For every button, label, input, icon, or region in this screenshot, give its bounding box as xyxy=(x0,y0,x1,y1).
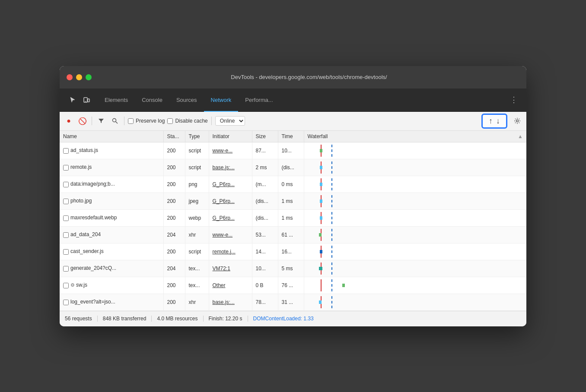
table-row[interactable]: remote.js200scriptbase.js:...2 ms(dis... xyxy=(60,159,526,176)
network-toolbar: ● 🚫 Preserve log Disable cache Online xyxy=(60,112,526,131)
waterfall-blue-line xyxy=(331,296,332,308)
initiator-link[interactable]: www-e... xyxy=(213,232,233,238)
cell-initiator[interactable]: G_P6rp... xyxy=(209,193,252,209)
cell-name: cast_sender.js xyxy=(60,243,163,260)
initiator-link[interactable]: base.js:... xyxy=(213,164,235,171)
initiator-link[interactable]: base.js:... xyxy=(213,299,235,305)
waterfall-blue-line xyxy=(331,212,332,224)
cell-name: remote.js xyxy=(60,159,163,176)
cell-size: (dis... xyxy=(252,209,278,226)
file-name: generate_204?cQ... xyxy=(70,265,116,271)
preserve-log-checkbox[interactable]: Preserve log xyxy=(128,118,165,124)
throttle-select[interactable]: Online xyxy=(215,116,245,126)
col-header-type[interactable]: Type xyxy=(185,131,209,142)
cell-initiator[interactable]: www-e... xyxy=(209,226,252,243)
device-icon[interactable] xyxy=(80,94,92,106)
initiator-link[interactable]: G_P6rp... xyxy=(213,198,235,204)
waterfall-bar xyxy=(319,267,322,270)
cell-initiator[interactable]: www-e... xyxy=(209,142,252,159)
initiator-link[interactable]: remote.j... xyxy=(213,249,236,255)
table-row[interactable]: cast_sender.js200scriptremote.j...14...1… xyxy=(60,243,526,260)
cell-name: data:image/png;b... xyxy=(60,176,163,193)
toolbar-divider-3 xyxy=(211,117,212,125)
file-name: ad_status.js xyxy=(70,147,98,153)
cell-initiator[interactable]: G_P6rp... xyxy=(209,209,252,226)
waterfall-bar xyxy=(320,250,322,253)
table-row[interactable]: log_event?alt=jso...200xhrbase.js:...78.… xyxy=(60,294,526,310)
waterfall-bar xyxy=(342,284,345,287)
waterfall-bar xyxy=(320,149,322,152)
col-header-time[interactable]: Time xyxy=(278,131,304,142)
cell-initiator[interactable]: Other xyxy=(209,277,252,294)
col-header-waterfall[interactable]: Waterfall ▲ xyxy=(304,131,526,142)
table-row[interactable]: maxresdefault.webp200webpG_P6rp...(dis..… xyxy=(60,209,526,226)
tab-elements[interactable]: Elements xyxy=(98,89,135,112)
file-name: sw.js xyxy=(76,282,87,288)
cell-type: png xyxy=(185,176,209,193)
cell-name: photo.jpg xyxy=(60,193,163,209)
status-bar: 56 requests 848 KB transferred 4.0 MB re… xyxy=(60,311,526,326)
initiator-link[interactable]: VM72:1 xyxy=(213,266,230,272)
initiator-link[interactable]: www-e... xyxy=(213,148,233,154)
table-row[interactable]: photo.jpg200jpegG_P6rp...(dis...1 ms xyxy=(60,193,526,209)
tab-sources[interactable]: Sources xyxy=(169,89,204,112)
cell-type: tex... xyxy=(185,277,209,294)
cell-status: 200 xyxy=(163,294,185,310)
table-row[interactable]: ad_status.js200scriptwww-e...87...10... xyxy=(60,142,526,159)
waterfall-blue-line xyxy=(331,246,332,258)
cell-status: 200 xyxy=(163,142,185,159)
settings-button[interactable] xyxy=(512,115,523,126)
cell-size: 14... xyxy=(252,243,278,260)
cell-initiator[interactable]: VM72:1 xyxy=(209,260,252,277)
file-name: ad_data_204 xyxy=(70,231,101,237)
table-row[interactable]: ⚙sw.js200tex...Other0 B76 ... xyxy=(60,277,526,294)
cell-waterfall xyxy=(304,260,526,277)
cell-type: script xyxy=(185,142,209,159)
cell-waterfall xyxy=(304,294,526,310)
minimize-button[interactable] xyxy=(76,74,82,80)
disable-cache-checkbox[interactable]: Disable cache xyxy=(167,118,207,124)
cell-initiator[interactable]: remote.j... xyxy=(209,243,252,260)
initiator-link[interactable]: G_P6rp... xyxy=(213,181,235,187)
initiator-link[interactable]: Other xyxy=(213,282,226,288)
cursor-icon[interactable] xyxy=(67,94,79,106)
initiator-link[interactable]: G_P6rp... xyxy=(213,215,235,221)
cell-initiator[interactable]: base.js:... xyxy=(209,159,252,176)
table-row[interactable]: ad_data_204204xhrwww-e...53...61 ... xyxy=(60,226,526,243)
tab-console[interactable]: Console xyxy=(135,89,169,112)
tab-network[interactable]: Network xyxy=(204,89,239,112)
filter-button[interactable] xyxy=(96,115,107,126)
dom-content-loaded: DOMContentLoaded: 1.33 xyxy=(248,316,319,322)
waterfall-bar xyxy=(319,300,322,304)
record-button[interactable]: ● xyxy=(63,115,74,126)
cell-size: 0 B xyxy=(252,277,278,294)
cell-waterfall xyxy=(304,226,526,243)
clear-button[interactable]: 🚫 xyxy=(77,115,88,126)
col-header-size[interactable]: Size xyxy=(252,131,278,142)
search-button[interactable] xyxy=(109,115,121,126)
download-icon[interactable]: ↓ xyxy=(496,117,500,126)
cell-time: 61 ... xyxy=(278,226,304,243)
cell-time: 1 ms xyxy=(278,193,304,209)
waterfall-blue-line xyxy=(331,229,332,241)
cell-initiator[interactable]: G_P6rp... xyxy=(209,176,252,193)
tab-icon-group xyxy=(63,89,96,111)
waterfall-bar xyxy=(320,183,322,186)
maximize-button[interactable] xyxy=(86,74,92,80)
col-header-name[interactable]: Name xyxy=(60,131,163,142)
table-row[interactable]: generate_204?cQ...204tex...VM72:110...5 … xyxy=(60,260,526,277)
cell-size: 10... xyxy=(252,260,278,277)
cell-name: log_event?alt=jso... xyxy=(60,294,163,310)
col-header-status[interactable]: Sta... xyxy=(163,131,185,142)
network-table: Name Sta... Type Initiator Size xyxy=(60,131,526,311)
cell-initiator[interactable]: base.js:... xyxy=(209,294,252,310)
upload-icon[interactable]: ↑ xyxy=(489,117,493,126)
tab-performance[interactable]: Performa... xyxy=(238,89,280,112)
close-button[interactable] xyxy=(67,74,73,80)
cell-name: maxresdefault.webp xyxy=(60,209,163,226)
devtools-window: DevTools - developers.google.com/web/too… xyxy=(60,66,526,326)
tabs-more-button[interactable]: ⋮ xyxy=(505,89,523,111)
table-row[interactable]: data:image/png;b...200pngG_P6rp...(m...0… xyxy=(60,176,526,193)
toolbar-divider-1 xyxy=(92,117,92,125)
col-header-initiator[interactable]: Initiator xyxy=(209,131,252,142)
